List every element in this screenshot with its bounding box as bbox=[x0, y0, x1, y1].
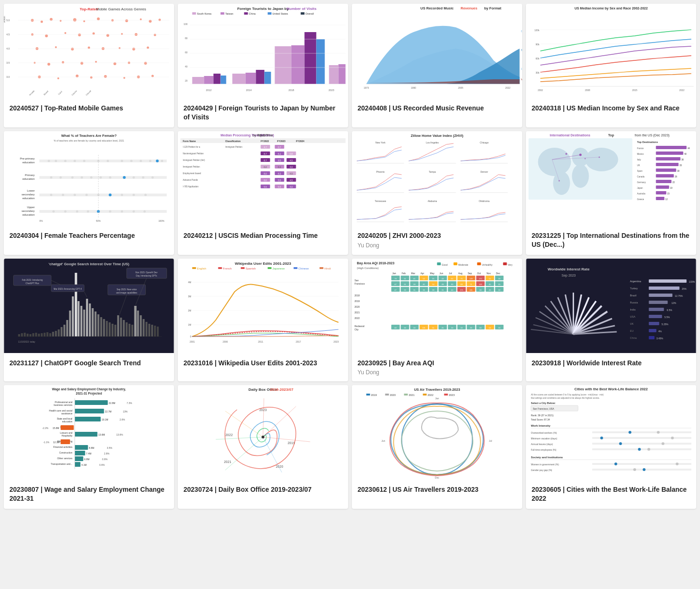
svg-text:44: 44 bbox=[688, 147, 691, 150]
card-us-air-travellers[interactable]: US Air Travellers 2019-2023 2019 2020 20… bbox=[352, 385, 522, 509]
card-us-median-income[interactable]: US Median Income by Sex and Race 2002-20… bbox=[526, 4, 696, 127]
svg-point-178 bbox=[109, 194, 112, 196]
svg-text:3M: 3M bbox=[188, 295, 192, 298]
svg-text:% of teachers who are female b: % of teachers who are female by country … bbox=[54, 139, 124, 142]
svg-text:South Korea: South Korea bbox=[197, 12, 212, 15]
svg-text:34: 34 bbox=[498, 327, 500, 329]
svg-text:22.8M: 22.8M bbox=[109, 402, 116, 404]
card-top-rated-mobile-games[interactable]: Top-Rated Mobile Games Across Genres Act… bbox=[4, 4, 174, 127]
svg-text:Dec: Dec bbox=[496, 272, 500, 275]
svg-rect-581 bbox=[649, 301, 668, 304]
svg-text:2006: 2006 bbox=[223, 340, 228, 343]
svg-text:Jan: Jan bbox=[435, 397, 439, 400]
svg-text:Turkey: Turkey bbox=[630, 287, 638, 290]
svg-text:12%: 12% bbox=[672, 302, 677, 304]
svg-rect-346 bbox=[78, 301, 80, 337]
card-us-music-revenue[interactable]: US Recorded Music Revenues by Format CD … bbox=[352, 4, 522, 127]
svg-text:2001: 2001 bbox=[190, 340, 195, 343]
card-uscis[interactable]: USCIS Median Processing Time (Months) by… bbox=[178, 131, 348, 255]
svg-rect-428 bbox=[477, 262, 481, 265]
svg-text:11/10/2022: today: 11/10/2022: today bbox=[18, 341, 36, 343]
svg-text:143: 143 bbox=[479, 283, 482, 286]
svg-text:90k: 90k bbox=[535, 43, 540, 46]
svg-rect-662 bbox=[367, 394, 370, 395]
svg-rect-369 bbox=[143, 319, 145, 337]
svg-text:education: education bbox=[22, 197, 34, 200]
svg-text:15.8M: 15.8M bbox=[53, 427, 59, 429]
svg-text:Bay Area AQI 2018-2023: Bay Area AQI 2018-2023 bbox=[357, 261, 395, 265]
svg-text:34: 34 bbox=[404, 327, 406, 329]
svg-point-170 bbox=[142, 176, 144, 178]
svg-text:8.7: 8.7 bbox=[264, 160, 267, 162]
card-bay-area-aqi[interactable]: Bay Area AQI 2018-2023 (High Conditions)… bbox=[352, 259, 522, 382]
card-female-teachers[interactable]: What % of Teachers Are Female? % of teac… bbox=[4, 131, 174, 255]
svg-point-690 bbox=[629, 431, 632, 434]
svg-text:54: 54 bbox=[489, 327, 491, 329]
svg-point-42 bbox=[58, 77, 59, 79]
svg-text:2023: 2023 bbox=[333, 340, 339, 343]
card-foreign-tourists[interactable]: Foreign Tourists to Japan by Number of V… bbox=[178, 4, 348, 127]
svg-text:EU: EU bbox=[630, 329, 634, 332]
card-info: 20231127 | ChatGPT Google Search Trend bbox=[4, 353, 174, 373]
card-thumbnail: US Recorded Music Revenues by Format CD … bbox=[352, 4, 522, 98]
card-thumbnail: Cities with the Best Work-Life Balance 2… bbox=[526, 385, 696, 480]
card-chatgpt-trend[interactable]: 'chatgpt' Google Search Interest Over Ti… bbox=[4, 259, 174, 382]
svg-rect-362 bbox=[123, 320, 125, 337]
svg-text:San: San bbox=[355, 279, 359, 282]
svg-text:2023: 2023 bbox=[328, 89, 334, 92]
svg-text:34: 34 bbox=[479, 327, 482, 329]
svg-point-17 bbox=[45, 34, 48, 37]
card-work-life-balance[interactable]: Cities with the Best Work-Life Balance 2… bbox=[526, 385, 696, 509]
svg-rect-360 bbox=[117, 315, 119, 337]
svg-text:80: 80 bbox=[185, 37, 188, 40]
svg-point-185 bbox=[76, 210, 78, 212]
svg-rect-424 bbox=[437, 262, 441, 265]
svg-rect-75 bbox=[301, 12, 305, 15]
card-info: 20240205 | ZHVI 2000-2023 Yu Dong bbox=[352, 226, 522, 254]
svg-rect-357 bbox=[109, 322, 111, 337]
svg-text:from the US (Dec 2023): from the US (Dec 2023) bbox=[635, 134, 670, 137]
card-info: 20231225 | Top International Destination… bbox=[526, 226, 696, 255]
svg-text:that settings and conditions a: that settings and conditions are adjuste… bbox=[531, 397, 600, 399]
svg-text:Action: Action bbox=[4, 16, 6, 23]
svg-text:38: 38 bbox=[423, 289, 425, 291]
svg-rect-326 bbox=[21, 333, 23, 337]
svg-text:4.7: 4.7 bbox=[264, 146, 267, 149]
svg-rect-371 bbox=[149, 324, 150, 337]
svg-point-289 bbox=[558, 180, 560, 181]
svg-text:40: 40 bbox=[423, 283, 425, 286]
svg-text:Primary: Primary bbox=[25, 174, 35, 177]
card-wage-salary[interactable]: Wage and Salary Employment Change by Ind… bbox=[4, 385, 174, 509]
svg-text:English: English bbox=[197, 267, 207, 270]
card-title: 20230925 | Bay Area AQI bbox=[358, 359, 517, 368]
svg-text:Redwood: Redwood bbox=[355, 325, 365, 328]
svg-point-713 bbox=[633, 468, 636, 471]
svg-text:Total Score: 87.34: Total Score: 87.34 bbox=[531, 418, 550, 421]
svg-text:0: 0 bbox=[190, 335, 192, 338]
card-daily-box-office[interactable]: Daily Box Office 2019-2023/07 2023 2022 … bbox=[178, 385, 348, 509]
svg-point-698 bbox=[619, 442, 622, 445]
svg-rect-341 bbox=[64, 325, 66, 337]
svg-rect-578 bbox=[649, 279, 687, 283]
svg-text:2020: 2020 bbox=[390, 394, 396, 396]
svg-rect-351 bbox=[92, 308, 94, 337]
svg-text:City: City bbox=[355, 328, 359, 331]
svg-rect-634 bbox=[75, 451, 85, 455]
svg-text:by Format: by Format bbox=[484, 6, 502, 10]
svg-point-287 bbox=[579, 153, 582, 156]
svg-text:Germany: Germany bbox=[637, 181, 646, 184]
card-wikipedia-edits[interactable]: Wikipedia User Edits 2001-2023 English F… bbox=[178, 259, 348, 382]
svg-text:business services: business services bbox=[54, 404, 73, 406]
card-zhvi[interactable]: Zillow Home Value Index (ZHVI) New York … bbox=[352, 131, 522, 255]
svg-text:Women in government (%): Women in government (%) bbox=[531, 463, 559, 466]
card-thumbnail: What % of Teachers Are Female? % of teac… bbox=[4, 131, 174, 226]
svg-rect-367 bbox=[137, 311, 139, 337]
card-worldwide-interest-rate[interactable]: Wordwide Interest Rate Sep 2023 bbox=[526, 259, 696, 382]
card-intl-destinations[interactable]: Top International Destinations from the … bbox=[526, 131, 696, 255]
svg-text:100: 100 bbox=[183, 23, 188, 25]
svg-rect-342 bbox=[67, 320, 68, 337]
card-thumbnail: USCIS Median Processing Time (Months) by… bbox=[178, 131, 348, 226]
svg-text:Nonimmigrant Petition: Nonimmigrant Petition bbox=[183, 152, 204, 155]
svg-text:100%: 100% bbox=[158, 219, 165, 222]
svg-rect-71 bbox=[244, 12, 248, 15]
